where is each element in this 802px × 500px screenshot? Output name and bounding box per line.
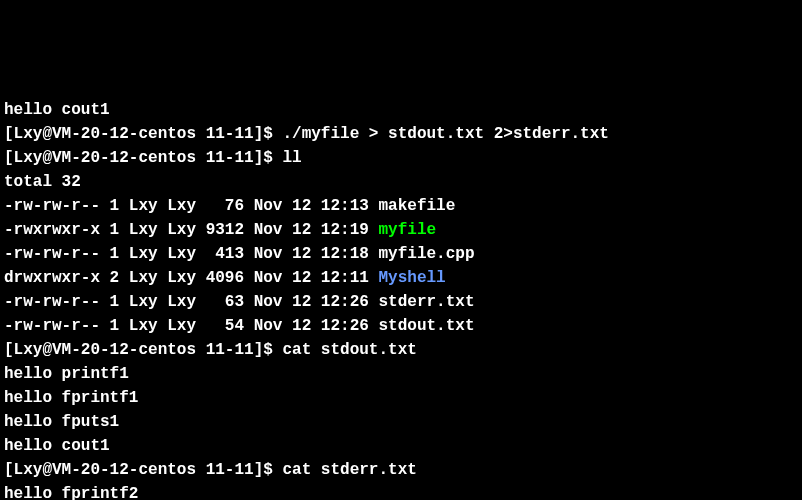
terminal-line: -rw-rw-r-- 1 Lxy Lxy 63 Nov 12 12:26 std… [4, 290, 798, 314]
command-text: ./myfile > stdout.txt 2>stderr.txt [282, 125, 608, 143]
shell-prompt: [Lxy@VM-20-12-centos 11-11]$ [4, 461, 282, 479]
terminal-line: -rwxrwxr-x 1 Lxy Lxy 9312 Nov 12 12:19 m… [4, 218, 798, 242]
ls-filename: stderr.txt [378, 293, 474, 311]
terminal-line: hello printf1 [4, 362, 798, 386]
ls-meta: -rw-rw-r-- 1 Lxy Lxy 413 Nov 12 12:18 [4, 245, 378, 263]
terminal-line: hello fprintf1 [4, 386, 798, 410]
terminal-line: -rw-rw-r-- 1 Lxy Lxy 76 Nov 12 12:13 mak… [4, 194, 798, 218]
output-text: hello fprintf1 [4, 389, 138, 407]
terminal-line: hello fputs1 [4, 410, 798, 434]
output-text: hello fputs1 [4, 413, 119, 431]
ls-meta: -rw-rw-r-- 1 Lxy Lxy 54 Nov 12 12:26 [4, 317, 378, 335]
ls-meta: -rw-rw-r-- 1 Lxy Lxy 76 Nov 12 12:13 [4, 197, 378, 215]
output-text: hello printf1 [4, 365, 129, 383]
ls-meta: -rw-rw-r-- 1 Lxy Lxy 63 Nov 12 12:26 [4, 293, 378, 311]
ls-filename: myfile.cpp [378, 245, 474, 263]
shell-prompt: [Lxy@VM-20-12-centos 11-11]$ [4, 125, 282, 143]
terminal-line: [Lxy@VM-20-12-centos 11-11]$ cat stdout.… [4, 338, 798, 362]
command-text: cat stdout.txt [282, 341, 416, 359]
ls-filename: myfile [378, 221, 436, 239]
shell-prompt: [Lxy@VM-20-12-centos 11-11]$ [4, 341, 282, 359]
terminal-line: -rw-rw-r-- 1 Lxy Lxy 413 Nov 12 12:18 my… [4, 242, 798, 266]
terminal[interactable]: hello cout1[Lxy@VM-20-12-centos 11-11]$ … [4, 98, 798, 500]
ls-meta: drwxrwxr-x 2 Lxy Lxy 4096 Nov 12 12:11 [4, 269, 378, 287]
output-text: total 32 [4, 173, 81, 191]
terminal-line: [Lxy@VM-20-12-centos 11-11]$ cat stderr.… [4, 458, 798, 482]
ls-filename: makefile [378, 197, 455, 215]
terminal-line: [Lxy@VM-20-12-centos 11-11]$ ./myfile > … [4, 122, 798, 146]
terminal-line: hello cout1 [4, 434, 798, 458]
shell-prompt: [Lxy@VM-20-12-centos 11-11]$ [4, 149, 282, 167]
command-text: cat stderr.txt [282, 461, 416, 479]
terminal-line: [Lxy@VM-20-12-centos 11-11]$ ll [4, 146, 798, 170]
output-text: hello cout1 [4, 437, 110, 455]
ls-meta: -rwxrwxr-x 1 Lxy Lxy 9312 Nov 12 12:19 [4, 221, 378, 239]
output-text: hello cout1 [4, 101, 110, 119]
ls-filename: stdout.txt [378, 317, 474, 335]
terminal-line: drwxrwxr-x 2 Lxy Lxy 4096 Nov 12 12:11 M… [4, 266, 798, 290]
terminal-line: total 32 [4, 170, 798, 194]
output-text: hello fprintf2 [4, 485, 138, 500]
terminal-line: hello fprintf2 [4, 482, 798, 500]
command-text: ll [282, 149, 301, 167]
terminal-line: -rw-rw-r-- 1 Lxy Lxy 54 Nov 12 12:26 std… [4, 314, 798, 338]
terminal-line: hello cout1 [4, 98, 798, 122]
ls-filename: Myshell [378, 269, 445, 287]
